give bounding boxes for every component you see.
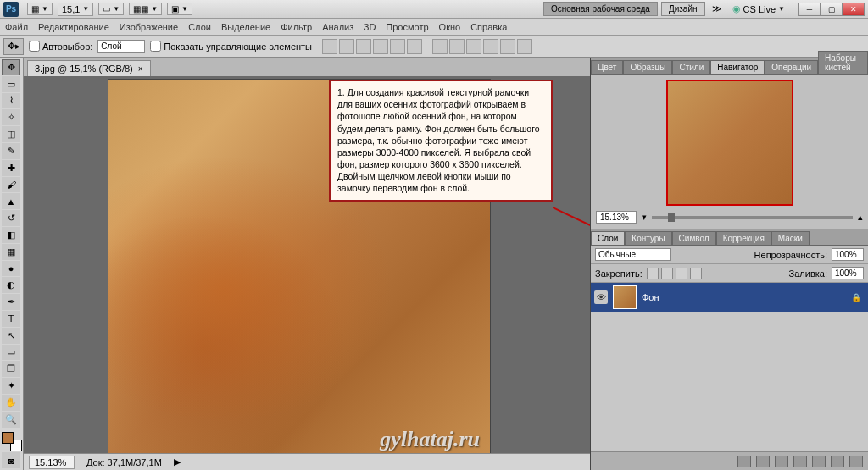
menu-file[interactable]: Файл	[5, 22, 28, 32]
distribute-icon[interactable]	[466, 39, 481, 54]
autoselect-checkbox[interactable]: Автовыбор:	[29, 41, 92, 52]
screenmode-dropdown[interactable]: ▣▼	[167, 3, 192, 15]
autoselect-target-select[interactable]	[97, 40, 145, 53]
gradient-tool[interactable]: ▦	[2, 244, 20, 260]
maximize-button[interactable]: ▢	[821, 3, 843, 16]
layer-thumbnail[interactable]	[613, 285, 637, 309]
close-button[interactable]: ✕	[843, 3, 865, 16]
menu-select[interactable]: Выделение	[221, 22, 270, 32]
stamp-tool[interactable]: ▲	[2, 193, 20, 209]
tab-brushes[interactable]: Наборы кистей	[818, 51, 868, 74]
type-tool[interactable]: T	[2, 311, 20, 327]
group-icon[interactable]	[812, 456, 826, 467]
3d-camera-tool[interactable]: ✦	[2, 378, 20, 394]
tab-masks[interactable]: Маски	[771, 231, 810, 245]
menu-window[interactable]: Окно	[439, 22, 461, 32]
move-tool-preset-icon[interactable]: ✥▸	[3, 38, 24, 55]
eyedropper-tool[interactable]: ✎	[2, 143, 20, 159]
link-layers-icon[interactable]	[737, 456, 751, 467]
3d-tool[interactable]: ❒	[2, 361, 20, 377]
align-icon[interactable]	[322, 39, 337, 54]
color-swatches[interactable]	[2, 432, 22, 452]
opacity-field[interactable]	[832, 248, 864, 261]
blend-mode-select[interactable]	[595, 248, 671, 261]
tab-color[interactable]: Цвет	[591, 60, 623, 74]
shape-tool[interactable]: ▭	[2, 345, 20, 361]
navigator-zoom-slider[interactable]	[652, 216, 853, 219]
wand-tool[interactable]: ✧	[2, 109, 20, 125]
tab-paths[interactable]: Контуры	[625, 231, 671, 245]
distribute-icon[interactable]	[432, 39, 448, 54]
trash-icon[interactable]	[849, 456, 863, 467]
menu-filter[interactable]: Фильтр	[281, 22, 312, 32]
menu-layers[interactable]: Слои	[188, 22, 211, 32]
lock-pixels-icon[interactable]	[661, 268, 673, 279]
tab-navigator[interactable]: Навигатор	[710, 60, 765, 74]
align-icon[interactable]	[407, 39, 422, 54]
cslive-button[interactable]: ◉CS Live▼	[729, 3, 788, 14]
distribute-icon[interactable]	[449, 39, 465, 54]
align-icon[interactable]	[356, 39, 371, 54]
lasso-tool[interactable]: ⌇	[2, 93, 20, 109]
workspace-main-button[interactable]: Основная рабочая среда	[543, 2, 658, 16]
history-brush-tool[interactable]: ↺	[2, 210, 20, 226]
zoom-tool[interactable]: 🔍	[2, 412, 20, 428]
move-tool[interactable]: ✥	[2, 59, 20, 75]
layer-name[interactable]: Фон	[642, 292, 659, 302]
crop-tool[interactable]: ◫	[2, 126, 20, 142]
pen-tool[interactable]: ✒	[2, 294, 20, 310]
status-zoom[interactable]: 15.13%	[29, 456, 75, 469]
menu-3d[interactable]: 3D	[364, 22, 376, 32]
status-more-icon[interactable]: ▶	[174, 456, 181, 467]
bridge-dropdown[interactable]: ▦▼	[27, 3, 53, 15]
zoom-in-icon[interactable]: ▴	[858, 212, 863, 223]
adjustment-icon[interactable]	[793, 456, 807, 467]
visibility-icon[interactable]: 👁	[594, 290, 608, 304]
canvas-viewport[interactable]: gylhataj.ru 1. Для создания красивой тек…	[24, 76, 590, 453]
document-tab[interactable]: 3.jpg @ 15,1% (RGB/8) ×	[27, 60, 151, 76]
tab-layers[interactable]: Слои	[591, 231, 625, 245]
align-icon[interactable]	[373, 39, 388, 54]
menu-image[interactable]: Изображение	[120, 22, 178, 32]
workspace-design-button[interactable]: Дизайн	[661, 2, 705, 16]
quickmask-tool[interactable]: ◙	[2, 452, 20, 468]
tab-styles[interactable]: Стили	[672, 60, 710, 74]
workspace-more-icon[interactable]: ≫	[709, 3, 726, 14]
blur-tool[interactable]: ●	[2, 261, 20, 277]
distribute-icon[interactable]	[500, 39, 515, 54]
lock-all-icon[interactable]	[690, 268, 702, 279]
fx-icon[interactable]	[756, 456, 770, 467]
lock-position-icon[interactable]	[676, 268, 687, 279]
align-icon[interactable]	[339, 39, 354, 54]
menu-edit[interactable]: Редактирование	[38, 22, 109, 32]
menu-analysis[interactable]: Анализ	[322, 22, 353, 32]
zoom-dropdown[interactable]: 15,1▼	[58, 3, 93, 16]
new-layer-icon[interactable]	[831, 456, 844, 467]
tab-character[interactable]: Символ	[672, 231, 716, 245]
lock-icon[interactable]: 🔒	[851, 293, 861, 302]
brush-tool[interactable]: 🖌	[2, 177, 20, 193]
lock-transparency-icon[interactable]	[647, 268, 659, 279]
marquee-tool[interactable]: ▭	[2, 76, 20, 92]
distribute-icon[interactable]	[517, 39, 532, 54]
eraser-tool[interactable]: ◧	[2, 227, 20, 243]
arrange-dropdown[interactable]: ▦▦▼	[129, 3, 162, 15]
mask-icon[interactable]	[775, 456, 788, 467]
distribute-icon[interactable]	[483, 39, 498, 54]
foreground-color-swatch[interactable]	[2, 432, 14, 444]
path-tool[interactable]: ↖	[2, 328, 20, 344]
menu-view[interactable]: Просмотр	[386, 22, 428, 32]
layer-row[interactable]: 👁 Фон 🔒	[591, 283, 868, 312]
zoom-out-icon[interactable]: ▾	[642, 212, 647, 223]
close-tab-icon[interactable]: ×	[138, 64, 143, 74]
navigator-thumbnail[interactable]	[666, 80, 793, 206]
align-icon[interactable]	[390, 39, 405, 54]
tab-adjustments[interactable]: Коррекция	[716, 231, 771, 245]
tab-swatches[interactable]: Образцы	[623, 60, 672, 74]
menu-help[interactable]: Справка	[470, 22, 507, 32]
healing-tool[interactable]: ✚	[2, 160, 20, 176]
hand-tool[interactable]: ✋	[2, 395, 20, 411]
dodge-tool[interactable]: ◐	[2, 277, 20, 293]
show-transform-checkbox[interactable]: Показать управляющие элементы	[150, 41, 312, 52]
minimize-button[interactable]: ─	[798, 3, 821, 16]
